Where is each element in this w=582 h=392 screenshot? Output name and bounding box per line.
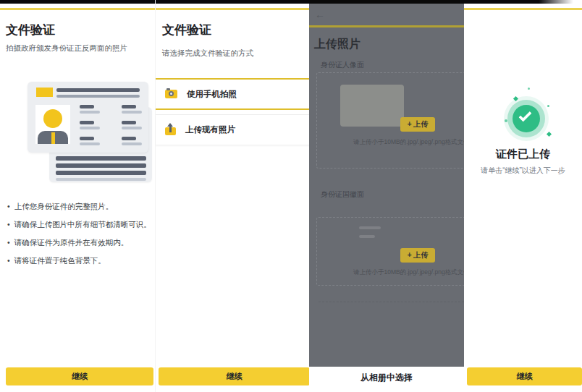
panel-document-intro: 文件验证 拍摄政府颁发身份证正反两面的照片 — [0, 0, 155, 392]
back-side-label: 身份证国徽面 — [321, 189, 364, 200]
bullet-icon: • — [7, 238, 10, 247]
panel-upload-success: 证件已上传 请单击“继续”以进入下一步 继续 — [464, 0, 582, 392]
guideline-list: • 上传您身份证件的完整照片。 • 请确保上传图片中所有细节都清晰可识。 • 请… — [7, 202, 152, 274]
continue-button[interactable]: 继续 — [6, 367, 153, 385]
guideline-text: 请将证件置于纯色背景下。 — [14, 256, 106, 265]
page-subtitle: 请选择完成文件验证的方式 — [162, 48, 253, 59]
dashed-divider — [319, 302, 464, 302]
page-title: 文件验证 — [162, 22, 211, 38]
guideline-text: 请确保证件为原件并在有效期内。 — [14, 238, 129, 247]
sparkle-icon — [513, 96, 518, 101]
bullet-icon: • — [7, 220, 10, 229]
option-label: 使用手机拍照 — [187, 89, 237, 100]
upload-icon — [165, 127, 176, 135]
front-side-dropzone[interactable]: + 上传 请上传小于10MB的.jpg/.jpeg/.png格式文件 — [316, 72, 464, 169]
overlay-yellow-line — [309, 25, 464, 27]
continue-button[interactable]: 继续 — [159, 367, 310, 385]
card-portrait-graphic — [35, 105, 70, 144]
id-card-illustration — [20, 80, 156, 185]
panel-verification-method: 文件验证 请选择完成文件验证的方式 使用手机拍照 上传现有照片 继续 — [155, 0, 309, 392]
continue-button[interactable]: 继续 — [467, 367, 582, 385]
upload-front-button[interactable]: + 上传 — [400, 117, 435, 132]
sample-photo-ghost — [340, 85, 404, 127]
back-side-dropzone[interactable]: + 上传 请上传小于10MB的.jpg/.jpeg/.png格式文件 — [316, 217, 464, 286]
list-item: • 请确保上传图片中所有细节都清晰可识。 — [7, 220, 152, 229]
upload-title: 上传照片 — [314, 37, 360, 52]
file-format-hint: 请上传小于10MB的.jpg/.jpeg/.png格式文件 — [353, 138, 464, 147]
back-arrow-icon[interactable]: ← — [315, 9, 325, 20]
page-subtitle: 拍摄政府颁发身份证正反两面的照片 — [6, 43, 127, 54]
guideline-text: 请确保上传图片中所有细节都清晰可识。 — [14, 220, 151, 229]
list-item: • 请确保证件为原件并在有效期内。 — [7, 238, 152, 247]
list-item: • 上传您身份证件的完整照片。 — [7, 202, 152, 210]
sparkle-icon — [547, 105, 549, 107]
list-item: • 请将证件置于纯色背景下。 — [7, 256, 152, 265]
option-take-photo[interactable]: 使用手机拍照 — [156, 78, 310, 110]
page-title: 文件验证 — [6, 22, 55, 38]
front-side-label: 身份证人像面 — [321, 60, 364, 70]
success-check-icon — [513, 105, 540, 132]
album-button-label: 从相册中选择 — [360, 372, 413, 392]
option-upload-existing[interactable]: 上传现有照片 — [156, 114, 310, 145]
success-title: 证件已上传 — [464, 148, 582, 161]
card-flag-graphic — [36, 88, 53, 97]
upload-back-button[interactable]: + 上传 — [400, 248, 435, 263]
bullet-icon: • — [7, 256, 10, 265]
camera-icon — [165, 90, 177, 98]
sparkle-icon — [547, 132, 552, 137]
file-format-hint: 请上传小于10MB的.jpg/.jpeg/.png格式文件 — [353, 268, 464, 277]
sparkle-icon — [528, 88, 530, 90]
id-card-front-graphic — [28, 82, 148, 153]
panel-upload-photos-overlay: ← 上传照片 身份证人像面 + 上传 请上传小于10MB的.jpg/.jpeg/… — [309, 4, 464, 367]
success-subtitle: 请单击“继续”以进入下一步 — [464, 166, 582, 176]
bullet-icon: • — [7, 202, 10, 210]
choose-from-album-button[interactable]: 从相册中选择 — [309, 367, 464, 392]
kyc-verification-screens: 文件验证 拍摄政府颁发身份证正反两面的照片 — [0, 0, 582, 392]
sparkle-icon — [505, 119, 507, 122]
option-label: 上传现有照片 — [185, 124, 235, 135]
guideline-text: 上传您身份证件的完整照片。 — [14, 202, 114, 210]
